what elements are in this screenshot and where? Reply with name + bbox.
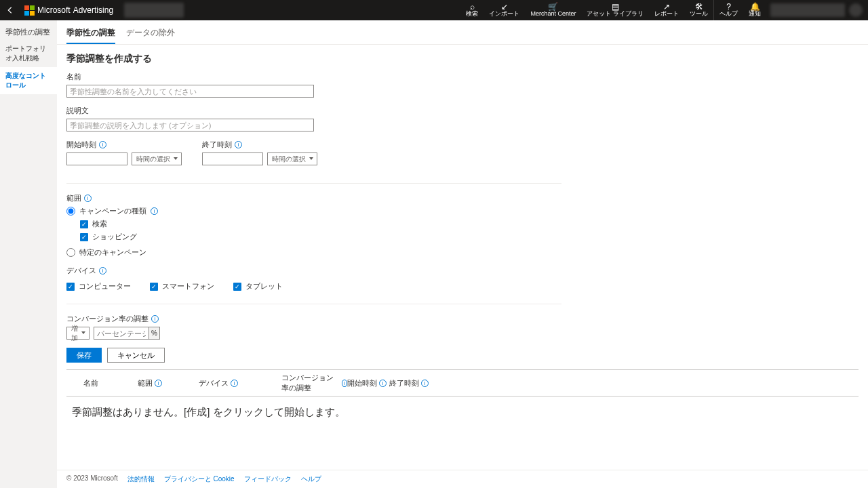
check-computer[interactable]: ✓コンピューター [66,281,131,291]
checkbox-checked-icon: ✓ [150,283,158,291]
check-shopping[interactable]: ✓ショッピング [80,232,859,242]
footer-legal[interactable]: 法的情報 [127,474,155,484]
name-label: 名前 [66,72,859,82]
info-icon[interactable]: i [151,315,159,323]
account-chip[interactable] [124,3,184,18]
empty-state: 季節調整はありません。[作成] をクリックして開始します。 [66,396,859,428]
avatar[interactable] [849,3,863,17]
scope-specific-campaign[interactable]: 特定のキャンペーン [66,247,859,258]
checkbox-checked-icon: ✓ [80,220,88,228]
col-start[interactable]: 開始時刻i [347,373,389,393]
adjustments-table: 名前 範囲i デバイスi コンバージョン率の調整i 開始時刻i 終了時刻i 季節… [66,369,859,428]
check-smartphone[interactable]: ✓スマートフォン [150,281,214,291]
main: 季節性の調整 データの除外 季節調整を作成する 名前 説明文 開始時刻i 時間の… [57,20,868,488]
top-import[interactable]: ↙インポート [484,0,525,20]
radio-campaign-type[interactable] [66,207,75,216]
checkbox-checked-icon: ✓ [233,283,241,291]
desc-label: 説明文 [66,106,859,116]
col-end[interactable]: 終了時刻i [389,373,430,393]
sidebar-item-portfolio[interactable]: ポートフォリオ入札戦略 [0,40,57,67]
check-search[interactable]: ✓検索 [80,219,859,229]
end-label: 終了時刻 [202,140,232,150]
divider [66,304,561,304]
checkbox-checked-icon: ✓ [66,283,75,291]
percent-label: % [149,327,159,339]
top-help[interactable]: ?ヘルプ [713,0,743,20]
top-notify[interactable]: 🔔通知 [743,0,766,20]
info-icon[interactable]: i [99,141,106,148]
start-time-select[interactable]: 時間の選択 [132,152,182,165]
conv-percent-input[interactable] [94,327,149,339]
check-tablet[interactable]: ✓タブレット [233,281,283,291]
user-chip[interactable] [770,3,845,17]
sidebar: 季節性の調整 ポートフォリオ入札戦略 高度なコントロール [0,20,57,488]
brand: Microsoft Advertising [20,5,117,16]
start-date-input[interactable] [66,152,127,165]
top-search[interactable]: ⌕検索 [460,0,484,20]
end-date-input[interactable] [202,152,263,165]
footer-feedback[interactable]: フィードバック [244,474,292,484]
info-icon[interactable]: i [231,380,238,387]
back-button[interactable] [0,0,20,20]
brand-adv: Advertising [73,5,113,15]
top-merchant[interactable]: 🛒Merchant Center [525,0,581,20]
sidebar-item-advanced[interactable]: 高度なコントロール [0,67,57,94]
info-icon[interactable]: i [155,380,162,387]
col-device[interactable]: デバイスi [199,373,281,393]
cancel-button[interactable]: キャンセル [107,348,165,363]
footer: © 2023 Microsoft 法的情報 プライバシーと Cookie フィー… [57,470,868,488]
save-button[interactable]: 保存 [66,348,102,363]
info-icon[interactable]: i [379,380,387,387]
top-reports[interactable]: ↗レポート [649,0,684,20]
info-icon[interactable]: i [342,380,347,387]
col-conv[interactable]: コンバージョン率の調整i [281,373,347,393]
sidebar-title: 季節性の調整 [0,24,57,40]
top-bar: Microsoft Advertising ⌕検索 ↙インポート 🛒Mercha… [0,0,868,20]
info-icon[interactable]: i [151,207,158,215]
info-icon[interactable]: i [235,141,242,148]
top-tools[interactable]: 🛠ツール [684,0,713,20]
checkbox-checked-icon: ✓ [80,233,88,241]
brand-ms: Microsoft [37,5,71,15]
info-icon[interactable]: i [84,195,92,202]
info-icon[interactable]: i [421,380,429,387]
scope-campaign-type[interactable]: キャンペーンの種類i [66,206,859,216]
conv-label: コンバージョン率の調整 [66,314,149,324]
page-title: 季節調整を作成する [66,53,859,65]
footer-help[interactable]: ヘルプ [301,474,321,484]
start-label: 開始時刻 [66,140,96,150]
microsoft-logo-icon [24,5,35,16]
info-icon[interactable]: i [99,267,106,274]
footer-privacy[interactable]: プライバシーと Cookie [164,474,235,484]
top-actions: ⌕検索 ↙インポート 🛒Merchant Center ▤アセット ライブラリ … [460,0,766,20]
copyright: © 2023 Microsoft [66,474,118,484]
tab-data-exclusion[interactable]: データの除外 [126,27,175,44]
divider [66,183,561,184]
name-input[interactable] [66,85,314,98]
tabs: 季節性の調整 データの除外 [57,20,868,45]
back-arrow-icon [5,5,15,15]
col-scope[interactable]: 範囲i [138,373,199,393]
col-name[interactable]: 名前 [66,373,138,393]
device-label: デバイス [66,266,96,276]
scope-label: 範囲 [66,193,81,203]
top-assets[interactable]: ▤アセット ライブラリ [581,0,649,20]
radio-specific[interactable] [66,248,75,257]
conv-percent-wrapper: % [94,327,160,340]
conv-direction-select[interactable]: 増加 [66,327,90,340]
end-time-select[interactable]: 時間の選択 [267,152,317,165]
tab-seasonality[interactable]: 季節性の調整 [66,27,115,44]
desc-input[interactable] [66,119,314,131]
